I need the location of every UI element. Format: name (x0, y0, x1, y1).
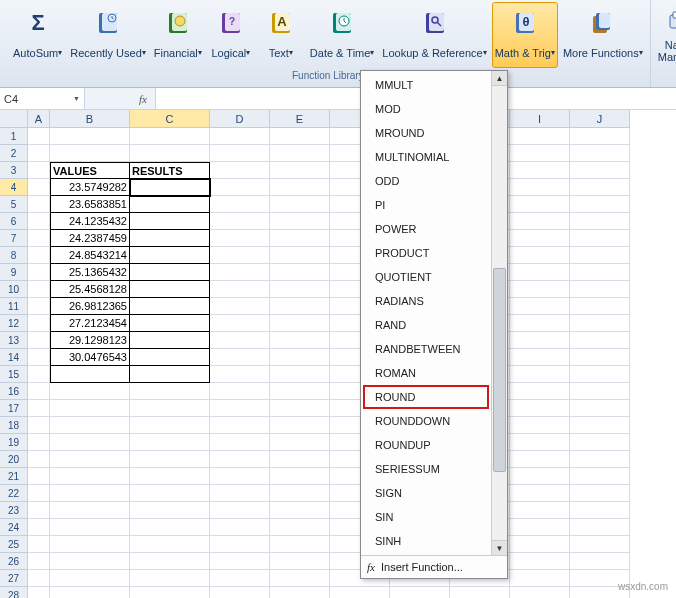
cell[interactable]: 24.1235432 (50, 213, 130, 230)
cell[interactable] (270, 485, 330, 502)
cell[interactable] (510, 298, 570, 315)
recently-used-button[interactable]: Recently Used▾ (67, 2, 149, 68)
cell[interactable] (28, 502, 50, 519)
dropdown-item[interactable]: SIN (363, 505, 489, 529)
cell[interactable] (510, 366, 570, 383)
more-functions-button[interactable]: More Functions▾ (560, 2, 646, 68)
cell[interactable]: 26.9812365 (50, 298, 130, 315)
cell[interactable] (28, 349, 50, 366)
cell[interactable] (270, 281, 330, 298)
cell[interactable]: 25.4568128 (50, 281, 130, 298)
math-trig-button[interactable]: θ Math & Trig▾ (492, 2, 558, 68)
cell[interactable] (50, 145, 130, 162)
cell[interactable] (570, 485, 630, 502)
col-header[interactable]: A (28, 110, 50, 128)
cell[interactable] (50, 434, 130, 451)
cell[interactable] (270, 298, 330, 315)
cell[interactable] (130, 400, 210, 417)
insert-function-button[interactable]: fx Insert Function... (361, 555, 507, 578)
cell[interactable] (510, 162, 570, 179)
row-header[interactable]: 4 (0, 179, 28, 196)
cell[interactable] (28, 417, 50, 434)
cell[interactable] (510, 315, 570, 332)
dropdown-item[interactable]: RANDBETWEEN (363, 337, 489, 361)
cell[interactable]: 23.6583851 (50, 196, 130, 213)
cell[interactable] (270, 383, 330, 400)
cell[interactable] (210, 315, 270, 332)
row-header[interactable]: 22 (0, 485, 28, 502)
cell[interactable] (28, 400, 50, 417)
cell[interactable] (50, 519, 130, 536)
cell[interactable] (570, 196, 630, 213)
cell[interactable] (210, 434, 270, 451)
cell[interactable] (50, 366, 130, 383)
cell[interactable] (510, 536, 570, 553)
cell[interactable] (570, 434, 630, 451)
dropdown-item[interactable]: SIGN (363, 481, 489, 505)
cell[interactable] (270, 519, 330, 536)
cell[interactable] (28, 366, 50, 383)
cell[interactable] (270, 587, 330, 598)
cell[interactable] (570, 281, 630, 298)
cell[interactable]: 24.8543214 (50, 247, 130, 264)
row-header[interactable]: 21 (0, 468, 28, 485)
cell[interactable] (50, 451, 130, 468)
cell[interactable] (28, 519, 50, 536)
cell[interactable] (210, 196, 270, 213)
cell[interactable] (210, 587, 270, 598)
cell[interactable] (510, 179, 570, 196)
cell[interactable]: 25.1365432 (50, 264, 130, 281)
scroll-down-icon[interactable]: ▼ (492, 540, 507, 555)
cell[interactable] (130, 179, 210, 196)
cell[interactable] (130, 451, 210, 468)
row-header[interactable]: 20 (0, 451, 28, 468)
cell[interactable] (570, 315, 630, 332)
cell[interactable] (270, 315, 330, 332)
cell[interactable] (130, 315, 210, 332)
cell[interactable] (270, 213, 330, 230)
cell[interactable] (570, 332, 630, 349)
cell[interactable] (210, 213, 270, 230)
cell[interactable] (510, 502, 570, 519)
row-header[interactable]: 15 (0, 366, 28, 383)
cell[interactable] (510, 451, 570, 468)
cell[interactable] (210, 179, 270, 196)
cell[interactable] (570, 366, 630, 383)
dropdown-item[interactable]: QUOTIENT (363, 265, 489, 289)
cell[interactable] (28, 451, 50, 468)
dropdown-item[interactable]: ROUNDDOWN (363, 409, 489, 433)
cell[interactable] (510, 587, 570, 598)
col-header[interactable]: C (130, 110, 210, 128)
row-header[interactable]: 10 (0, 281, 28, 298)
cell[interactable] (130, 281, 210, 298)
cell[interactable] (210, 298, 270, 315)
cell[interactable] (130, 468, 210, 485)
cell[interactable] (130, 417, 210, 434)
cell[interactable] (570, 519, 630, 536)
cell[interactable] (210, 281, 270, 298)
fx-button[interactable]: fx (85, 88, 155, 109)
row-header[interactable]: 2 (0, 145, 28, 162)
cell[interactable] (50, 417, 130, 434)
cell[interactable] (270, 417, 330, 434)
cell[interactable] (510, 128, 570, 145)
scroll-up-icon[interactable]: ▲ (492, 71, 507, 86)
col-header[interactable]: E (270, 110, 330, 128)
cell[interactable] (510, 485, 570, 502)
cell[interactable] (570, 349, 630, 366)
cell[interactable] (210, 264, 270, 281)
row-header[interactable]: 14 (0, 349, 28, 366)
dropdown-item[interactable]: MULTINOMIAL (363, 145, 489, 169)
cell[interactable] (570, 213, 630, 230)
cell[interactable] (130, 264, 210, 281)
cell[interactable] (270, 349, 330, 366)
cell[interactable] (570, 179, 630, 196)
cell[interactable] (130, 196, 210, 213)
cell[interactable] (28, 536, 50, 553)
scroll-thumb[interactable] (493, 268, 506, 472)
financial-button[interactable]: Financial▾ (151, 2, 205, 68)
cell[interactable] (130, 570, 210, 587)
dropdown-item[interactable]: ROMAN (363, 361, 489, 385)
cell[interactable]: RESULTS (130, 162, 210, 179)
cell[interactable] (130, 349, 210, 366)
